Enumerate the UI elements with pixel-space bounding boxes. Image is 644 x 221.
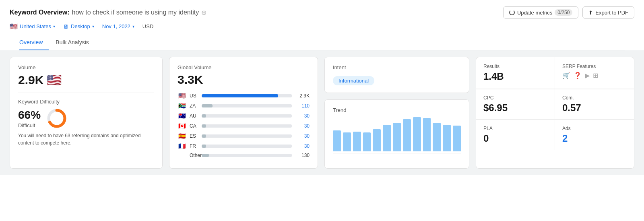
country-row: 🇫🇷 FR 30 [178,143,310,150]
trend-label: Trend [333,107,461,113]
results-value: 1.4B [483,71,547,82]
cpc-com-row: CPC $6.95 Com. 0.57 [476,89,634,119]
main-content: Volume 2.9K 🇺🇸 Keyword Difficulty 66% Di… [0,50,644,175]
volume-flag: 🇺🇸 [47,73,62,87]
desktop-icon: 🖥 [63,23,69,30]
volume-label: Volume [18,64,154,70]
serp-icons: 🛒 ❓ ▶ ⊞ [562,72,627,79]
country-bar-wrap [202,154,292,157]
country-row: 🇪🇸 ES 30 [178,132,310,140]
tab-overview[interactable]: Overview [19,36,49,50]
pla-cell: PLA 0 [476,120,555,150]
export-pdf-button[interactable]: ⬆ Export to PDF [582,6,634,19]
results-label: Results [483,64,547,69]
country-bar-wrap [202,114,292,118]
trend-bar [393,123,401,151]
trend-bar [403,119,411,151]
cpc-cell: CPC $6.95 [476,89,555,119]
country-bar [202,154,209,157]
country-bar [202,134,206,138]
country-chevron-icon: ▾ [53,24,55,29]
volume-card: Volume 2.9K 🇺🇸 Keyword Difficulty 66% Di… [10,57,163,169]
tabs-bar: Overview Bulk Analysis [19,34,625,50]
difficulty-donut [46,108,67,129]
country-row: 🇺🇸 US 2.9K [178,92,310,99]
trend-bar [373,129,381,151]
country-filter[interactable]: 🇺🇸 United States ▾ [10,23,55,30]
trend-bar [423,118,431,151]
intent-trend-column: Intent Informational Trend [324,57,469,169]
country-rows: 🇺🇸 US 2.9K 🇿🇦 ZA 110 🇦🇺 AU 30 🇨🇦 CA [178,92,310,158]
country-label: United States [20,23,51,29]
card-divider [18,93,154,93]
update-metrics-badge: 0/250 [555,9,572,16]
global-volume-label: Global Volume [178,64,310,70]
country-row: Other 130 [178,153,310,158]
country-flag-icon: 🇫🇷 [178,143,186,150]
country-code: AU [190,113,198,119]
country-value: 30 [295,133,310,139]
refresh-icon [509,10,515,15]
country-row: 🇨🇦 CA 30 [178,122,310,130]
intent-label: Intent [333,64,461,70]
com-label: Com. [562,95,627,101]
country-value: 2.9K [295,93,310,99]
country-flag-icon: 🇨🇦 [178,122,186,130]
country-flag: 🇺🇸 [10,23,18,30]
middle-divider: CPC $6.95 Com. 0.57 [476,89,634,119]
country-value: 110 [295,103,310,109]
trend-card: Trend [324,99,469,169]
title-keyword-overview: Keyword Overview: [10,9,70,16]
ads-value: 2 [562,133,627,144]
results-cell: Results 1.4B [476,57,555,89]
difficulty-pct: 66% [18,109,41,122]
com-value: 0.57 [562,102,627,114]
trend-bar [443,125,451,151]
country-value: 130 [295,153,310,158]
country-code: US [190,93,198,99]
country-bar-wrap [202,104,292,107]
trend-bar [383,125,391,151]
header-actions: Update metrics 0/250 ⬆ Export to PDF [503,6,634,19]
serp-cell: SERP Features 🛒 ❓ ▶ ⊞ [555,57,634,89]
country-bar-wrap [202,124,292,128]
country-row: 🇦🇺 AU 30 [178,112,310,120]
serp-shopping-icon: 🛒 [562,72,570,79]
country-bar [202,145,206,148]
country-code: ES [190,133,198,139]
country-bar [202,114,206,118]
ads-label: Ads [562,126,627,131]
pla-value: 0 [483,133,547,144]
date-chevron-icon: ▾ [132,24,134,29]
pla-ads-row: PLA 0 Ads 2 [476,120,634,150]
country-value: 30 [295,113,310,119]
country-flag-icon: 🇪🇸 [178,132,186,140]
country-code: ZA [190,103,198,109]
date-filter[interactable]: Nov 1, 2022 ▾ [102,23,134,29]
header-filters: 🇺🇸 United States ▾ 🖥 Desktop ▾ Nov 1, 20… [10,23,634,30]
country-code: Other [190,153,198,158]
intent-badge: Informational [333,76,374,85]
volume-value: 2.9K 🇺🇸 [18,73,154,87]
country-flag-icon: 🇿🇦 [178,102,186,109]
trend-bar [343,132,351,151]
trend-bar [453,126,461,151]
tab-bulk-analysis[interactable]: Bulk Analysis [56,36,95,50]
bottom-divider: PLA 0 Ads 2 [476,119,634,150]
country-row: 🇿🇦 ZA 110 [178,102,310,109]
difficulty-row: 66% Difficult [18,108,154,129]
serp-grid-icon: ⊞ [593,72,598,79]
country-bar-wrap [202,134,292,138]
country-code: FR [190,143,198,149]
device-chevron-icon: ▾ [92,24,94,29]
ads-cell: Ads 2 [555,120,634,150]
update-metrics-button[interactable]: Update metrics 0/250 [503,6,578,19]
add-keyword-icon[interactable]: ⊕ [201,9,206,17]
device-filter[interactable]: 🖥 Desktop ▾ [63,23,94,30]
results-card: Results 1.4B SERP Features 🛒 ❓ ▶ ⊞ C [476,57,634,169]
country-bar [202,124,206,128]
trend-bar [353,132,361,151]
country-bar-wrap [202,145,292,148]
currency-label: USD [142,23,153,29]
country-bar [202,94,278,97]
